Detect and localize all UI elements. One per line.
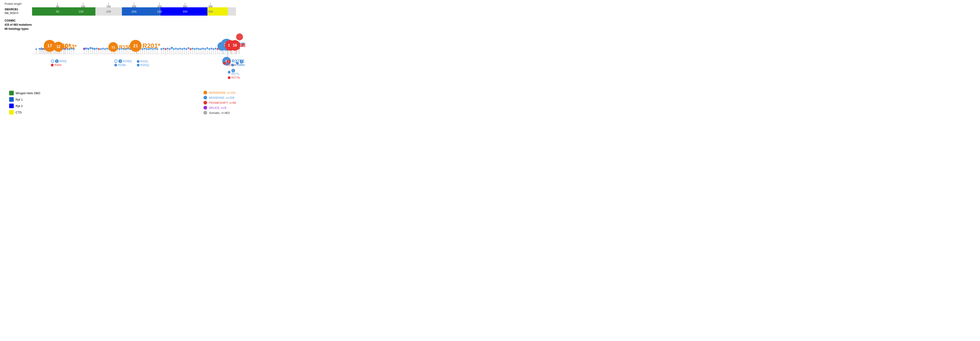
- sub-count-badge: 4: [118, 59, 122, 63]
- sub-mutations-r40star: 2R40QR40fs: [51, 59, 67, 67]
- svg-point-131: [162, 48, 164, 49]
- legend-domain-color: [9, 110, 14, 115]
- legend-mutation-item: SPLICE, n=9: [204, 106, 236, 110]
- svg-point-141: [173, 48, 175, 50]
- ruler-tick: 300: [183, 2, 187, 8]
- svg-point-181: [215, 48, 216, 49]
- ruler-tick: 150: [107, 2, 111, 8]
- sub-dot: [115, 64, 117, 67]
- svg-point-157: [190, 48, 192, 50]
- legend-domain-color: [9, 97, 14, 102]
- legend-left: Winged Helix DBDRpt 1Rpt 2CTD: [9, 91, 40, 115]
- main-container: Protein length 50100150200250300350 SMAR…: [0, 0, 245, 119]
- legend-domain-item: Rpt 2: [9, 104, 40, 108]
- sub-mutation-label: R40fs: [54, 64, 62, 67]
- sub-dot: [137, 60, 140, 63]
- domain-bar: 50100150200250300350: [32, 7, 236, 16]
- sub-dot: [236, 62, 239, 65]
- big-mutation-p383fs: 16P383fs: [229, 40, 245, 51]
- sub-count-badge: 3: [231, 69, 235, 72]
- legend-mutation-color: [204, 91, 207, 94]
- svg-point-59: [85, 48, 87, 49]
- ruler-label: Protein length: [5, 2, 22, 5]
- ruler-ticks: 50100150200250300350: [32, 2, 236, 7]
- sub-dot-outline: [51, 60, 54, 63]
- ruler-section: Protein length 50100150200250300350: [32, 2, 236, 7]
- big-mutation-r201star: 21R201*: [130, 40, 161, 52]
- svg-point-145: [177, 48, 179, 50]
- legend-mutation-item: NONSENSE, n=101: [204, 91, 236, 94]
- svg-point-175: [208, 48, 210, 50]
- sub-mutations-r377h: 3R377LR377fs: [228, 69, 240, 79]
- legend-mutation-item: Somatic, n=463: [204, 111, 236, 115]
- svg-point-79: [106, 48, 108, 49]
- svg-point-133: [164, 48, 166, 50]
- svg-point-167: [200, 48, 202, 50]
- ruler-tick: 250: [158, 2, 162, 8]
- svg-point-143: [175, 48, 177, 49]
- svg-point-75: [102, 48, 104, 49]
- legend-mutation-color: [204, 106, 207, 110]
- svg-point-61: [87, 48, 89, 50]
- sub-dot: [223, 62, 226, 65]
- sub-mutation-label: P383L: [240, 64, 245, 67]
- domain-segment-gap2: [228, 7, 236, 16]
- domain-section: SMARCB1 NM_003073 50100150200250300350: [32, 7, 236, 16]
- big-mutation-r53star: 12R53*: [53, 42, 76, 52]
- sub-mutation-label: R377fs: [231, 76, 240, 79]
- svg-point-9: [42, 48, 43, 50]
- ruler-tick: 50: [56, 2, 59, 8]
- legend-mutation-label: SPLICE, n=9: [209, 106, 226, 110]
- svg-point-151: [183, 48, 185, 49]
- sub-mutation-item: R201Q: [137, 64, 149, 67]
- mutation-section: COSMIC 415 of 463 mutations 66 histology…: [32, 18, 236, 81]
- domain-segment-rpt1: [122, 7, 161, 16]
- sub-mutations-r201star: R201LR201Q: [137, 60, 149, 67]
- gene-label: SMARCB1 NM_003073: [5, 8, 18, 15]
- svg-point-163: [196, 48, 198, 49]
- mutation-count-circle: 21: [130, 40, 142, 52]
- svg-point-153: [185, 48, 187, 50]
- legend-domain-item: CTD: [9, 110, 40, 115]
- sub-mutation-item: 2P383L: [236, 60, 245, 67]
- mutation-count-circle: 11: [108, 42, 118, 52]
- sub-mutation-label: R201Q: [140, 64, 149, 67]
- sub-dot: [231, 64, 234, 67]
- svg-point-3: [38, 48, 40, 49]
- svg-point-155: [188, 47, 189, 49]
- domain-segment-rpt2: [161, 7, 208, 16]
- legend-mutation-label: NONSENSE, n=101: [209, 91, 236, 94]
- sub-mutation-label: R377L: [231, 72, 239, 76]
- legend-mutation-color: [204, 96, 207, 99]
- sub-dot-outline: [115, 60, 118, 63]
- ruler-tick: 200: [132, 2, 136, 8]
- legend-domain-label: Rpt 2: [16, 104, 23, 108]
- svg-point-173: [206, 47, 208, 49]
- legend-right: NONSENSE, n=101MISSENSE, n=209FRAMESHIFT…: [204, 91, 236, 115]
- svg-point-135: [167, 48, 169, 49]
- mutation-label: P383fs: [241, 42, 245, 48]
- legend-domain-item: Winged Helix DBD: [9, 91, 40, 95]
- svg-point-177: [211, 48, 212, 49]
- svg-point-67: [94, 48, 96, 50]
- svg-point-139: [171, 47, 173, 49]
- svg-point-1: [35, 48, 37, 50]
- big-mutation-r158star: 11R158*: [108, 42, 133, 52]
- sub-mutation-item: 2R40Q: [51, 59, 67, 63]
- sub-dot: [51, 64, 54, 67]
- svg-point-137: [169, 48, 171, 50]
- domain-dashed-line: [207, 7, 208, 16]
- svg-point-165: [198, 48, 200, 50]
- ruler-tick: 100: [81, 2, 85, 8]
- sub-count-badge: 3: [227, 60, 230, 64]
- svg-point-161: [194, 48, 196, 50]
- sub-count-badge: 2: [240, 60, 243, 64]
- domain-segment-ctd: [207, 7, 228, 16]
- legend-mutation-color: [204, 101, 207, 105]
- sub-mutation-item: R40fs: [51, 64, 67, 67]
- svg-point-77: [104, 48, 106, 50]
- sub-mutations-r158star: 4R158QR158L: [115, 59, 132, 67]
- legend-mutation-label: FRAMESHIFT, n=96: [209, 101, 236, 105]
- legend-mutation-item: MISSENSE, n=209: [204, 96, 236, 99]
- svg-point-159: [192, 48, 194, 49]
